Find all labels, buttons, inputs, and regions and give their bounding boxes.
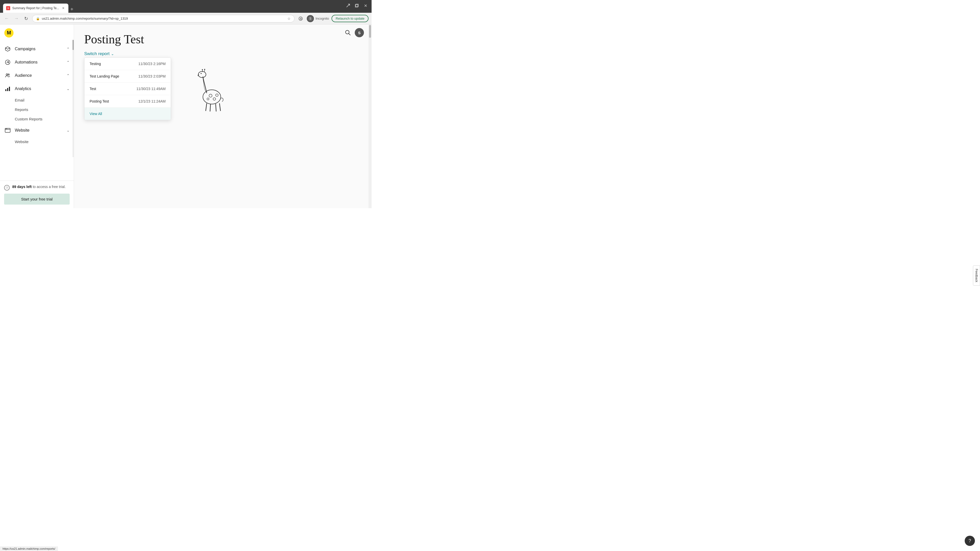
dropdown-item-date-0: 11/30/23 2:16PM [138, 62, 165, 66]
svg-rect-15 [7, 88, 8, 91]
bookmark-icon[interactable]: ☆ [287, 17, 291, 21]
website-chevron-icon: ⌄ [67, 128, 70, 132]
analytics-chevron-icon: ⌄ [67, 87, 70, 91]
svg-point-18 [6, 129, 6, 129]
analytics-label: Analytics [15, 86, 63, 91]
sidebar-scrollbar[interactable] [73, 40, 74, 157]
svg-point-13 [8, 74, 10, 75]
illustration-area [181, 61, 232, 112]
tab-bar: S Summary Report for | Posting Te... ✕ + [3, 0, 369, 13]
dropdown-item-date-3: 12/1/23 11:24AM [138, 99, 165, 103]
dropdown-item-name-1: Test Landing Page [89, 74, 119, 78]
switch-report-chevron-icon: ⌄ [111, 52, 114, 56]
svg-text:S: S [7, 7, 9, 10]
analytics-icon [4, 85, 11, 92]
maximize-button[interactable] [353, 2, 360, 9]
app-layout: M Campaigns ⌃ Automations ⌃ [0, 24, 372, 208]
trial-clock-icon: ⏱ [4, 185, 10, 191]
svg-point-31 [207, 98, 209, 100]
reload-button[interactable]: ↻ [22, 15, 30, 22]
svg-rect-16 [9, 87, 10, 91]
sidebar-item-automations[interactable]: Automations ⌃ [0, 56, 74, 69]
switch-report-label: Switch report [84, 51, 110, 56]
new-tab-button[interactable]: + [68, 6, 76, 13]
svg-rect-14 [5, 89, 6, 91]
extensions-button[interactable]: ⊞ [297, 15, 304, 22]
sidebar-item-campaigns[interactable]: Campaigns ⌃ [0, 42, 74, 56]
back-button[interactable]: ← [3, 15, 10, 22]
dropdown-item-name-3: Posting Test [89, 99, 109, 103]
svg-point-19 [6, 129, 7, 129]
minimize-button[interactable] [345, 2, 352, 9]
automations-icon [4, 59, 11, 66]
relaunch-button[interactable]: Relaunch to update [331, 15, 369, 22]
campaigns-chevron-icon: ⌃ [67, 47, 70, 51]
dropdown-item-3[interactable]: Posting Test 12/1/23 11:24AM [84, 95, 171, 108]
main-inner: Posting Test Switch report ⌄ Testing 11/… [74, 24, 372, 107]
audience-chevron-icon: ⌃ [67, 73, 70, 78]
decorative-illustration [181, 61, 232, 112]
url-text: us21.admin.mailchimp.com/reports/summary… [42, 17, 285, 21]
dropdown-item-date-1: 11/30/23 2:03PM [138, 74, 165, 78]
forward-button[interactable]: → [13, 15, 20, 22]
sidebar: M Campaigns ⌃ Automations ⌃ [0, 24, 74, 208]
trial-info: ⏱ 89 days left to access a free trial. [4, 184, 70, 191]
campaigns-label: Campaigns [15, 47, 63, 51]
svg-text:M: M [7, 30, 11, 35]
switch-report-button[interactable]: Switch report ⌄ [84, 50, 114, 57]
sidebar-subitem-website[interactable]: Website [0, 137, 74, 146]
svg-line-25 [206, 103, 207, 111]
trial-text: 89 days left to access a free trial. [12, 184, 65, 189]
svg-point-35 [202, 69, 203, 70]
close-window-button[interactable]: ✕ [362, 2, 369, 9]
tab-close-button[interactable]: ✕ [61, 6, 65, 10]
dropdown-item-name-2: Test [89, 87, 96, 91]
dropdown-view-all-link[interactable]: View All [84, 108, 171, 120]
dropdown-item-date-2: 11/30/23 11:49AM [137, 87, 165, 91]
incognito-label: Incognito [315, 17, 329, 21]
sidebar-item-analytics[interactable]: Analytics ⌄ [0, 82, 74, 95]
dropdown-item-1[interactable]: Test Landing Page 11/30/23 2:03PM [84, 70, 171, 83]
switch-report-container: Switch report ⌄ Testing 11/30/23 2:16PM … [84, 50, 114, 57]
svg-point-23 [198, 71, 206, 78]
svg-point-32 [216, 94, 218, 97]
page-title: Posting Test [84, 32, 361, 46]
svg-point-36 [204, 69, 205, 70]
browser-chrome: S Summary Report for | Posting Te... ✕ +… [0, 0, 372, 13]
mailchimp-logo[interactable]: M [4, 28, 14, 38]
audience-icon [4, 72, 11, 79]
security-lock-icon: 🔒 [36, 17, 40, 21]
sidebar-subitem-reports[interactable]: Reports [0, 105, 74, 114]
incognito-indicator: S Incognito [307, 15, 329, 22]
sidebar-header: M [0, 24, 74, 41]
svg-text:⊞: ⊞ [300, 17, 302, 20]
dropdown-item-0[interactable]: Testing 11/30/23 2:16PM [84, 58, 171, 70]
svg-point-29 [209, 94, 212, 97]
dropdown-item-2[interactable]: Test 11/30/23 11:49AM [84, 83, 171, 95]
address-bar[interactable]: 🔒 us21.admin.mailchimp.com/reports/summa… [32, 15, 294, 22]
automations-label: Automations [15, 60, 63, 65]
tab-title: Summary Report for | Posting Te... [12, 6, 59, 10]
sidebar-item-website[interactable]: Website ⌄ [0, 124, 74, 137]
sidebar-subitem-custom-reports[interactable]: Custom Reports [0, 114, 74, 124]
incognito-icon: S [307, 15, 314, 22]
sidebar-nav: Campaigns ⌃ Automations ⌃ Audience ⌃ [0, 41, 74, 181]
website-label: Website [15, 128, 63, 133]
sidebar-footer: ⏱ 89 days left to access a free trial. S… [0, 181, 74, 208]
automations-chevron-icon: ⌃ [67, 60, 70, 64]
start-trial-button[interactable]: Start your free trial [4, 194, 70, 205]
sidebar-item-audience[interactable]: Audience ⌃ [0, 69, 74, 82]
svg-line-33 [202, 70, 203, 72]
svg-point-12 [6, 74, 8, 75]
sidebar-subitem-email[interactable]: Email [0, 95, 74, 105]
svg-line-28 [220, 103, 221, 111]
svg-point-24 [200, 73, 202, 74]
active-tab[interactable]: S Summary Report for | Posting Te... ✕ [3, 3, 68, 13]
switch-report-dropdown: Testing 11/30/23 2:16PM Test Landing Pag… [84, 57, 171, 120]
svg-line-27 [216, 104, 216, 111]
svg-line-34 [204, 70, 205, 72]
svg-line-26 [210, 104, 210, 111]
svg-line-2 [347, 4, 350, 7]
dropdown-item-name-0: Testing [89, 62, 101, 66]
svg-point-30 [213, 98, 216, 100]
